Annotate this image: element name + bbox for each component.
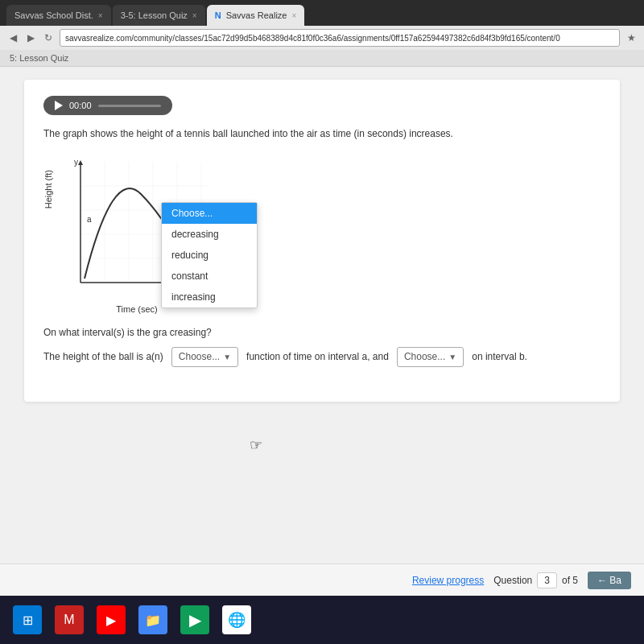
tab-quiz-label: 3-5: Lesson Quiz bbox=[121, 10, 188, 20]
taskbar-chrome-icon[interactable]: 🌐 bbox=[222, 605, 251, 634]
svg-marker-13 bbox=[78, 160, 83, 165]
audio-player[interactable]: 00:00 bbox=[43, 96, 172, 115]
second-select-value: Choose... bbox=[404, 349, 445, 365]
ball-height-middle: function of time on interval a, and bbox=[246, 351, 389, 362]
time-display: 00:00 bbox=[69, 101, 92, 110]
ball-height-row: The height of the ball is a(n) Choose...… bbox=[43, 347, 601, 367]
tab-close-quiz[interactable]: × bbox=[192, 11, 197, 20]
first-inline-select[interactable]: Choose... ▼ bbox=[171, 347, 238, 367]
question-nav: Question 3 of 5 bbox=[493, 572, 578, 588]
page-wrapper: 5: Lesson Quiz 00:00 The graph shows the… bbox=[0, 50, 644, 596]
browser-chrome: Savvas School Dist. × 3-5: Lesson Quiz ×… bbox=[0, 0, 644, 50]
taskbar-windows-icon[interactable]: ⊞ bbox=[13, 605, 42, 634]
breadcrumb: 5: Lesson Quiz bbox=[0, 50, 644, 67]
tab-school[interactable]: Savvas School Dist. × bbox=[6, 5, 111, 26]
bottom-bar: Review progress Question 3 of 5 ← Ba bbox=[0, 564, 644, 596]
second-inline-select[interactable]: Choose... ▼ bbox=[397, 347, 464, 367]
tab-close-school[interactable]: × bbox=[98, 11, 103, 20]
dropdown-item-increasing[interactable]: increasing bbox=[162, 287, 257, 308]
y-axis-label: Height (ft) bbox=[43, 170, 53, 208]
first-select-arrow: ▼ bbox=[223, 351, 231, 364]
tab-school-label: Savvas School Dist. bbox=[14, 10, 93, 20]
ball-height-prefix: The height of the ball is a(n) bbox=[43, 351, 163, 362]
taskbar-files-icon[interactable]: 📁 bbox=[138, 605, 167, 634]
tab-close-savvas[interactable]: × bbox=[291, 11, 296, 20]
tab-savvas[interactable]: N Savvas Realize × bbox=[207, 5, 305, 26]
play-button[interactable] bbox=[55, 101, 63, 110]
taskbar-play-icon[interactable]: ▶ bbox=[180, 605, 209, 634]
taskbar-youtube-icon[interactable]: ▶ bbox=[97, 605, 126, 634]
content-area: 00:00 The graph shows the height of a te… bbox=[24, 80, 620, 402]
ball-height-suffix: on interval b. bbox=[472, 351, 527, 362]
back-button[interactable]: ← Ba bbox=[588, 572, 631, 589]
taskbar-gmail-icon[interactable]: M bbox=[55, 605, 84, 634]
tab-savvas-label: Savvas Realize bbox=[226, 10, 287, 20]
back-nav-icon[interactable]: ◀ bbox=[6, 31, 19, 44]
of-label: of 5 bbox=[562, 575, 578, 586]
svg-text:a: a bbox=[87, 215, 92, 224]
forward-nav-icon[interactable]: ▶ bbox=[24, 31, 37, 44]
savvas-icon: N bbox=[215, 10, 221, 20]
dropdown-item-reducing[interactable]: reducing bbox=[162, 245, 257, 266]
first-select-value: Choose... bbox=[179, 349, 220, 365]
cursor: ☞ bbox=[250, 436, 262, 454]
graph-wrapper: y a b Choose... decreasing reducing cons… bbox=[56, 154, 217, 314]
question-number-box: 3 bbox=[537, 572, 557, 588]
dropdown-item-choose[interactable]: Choose... bbox=[162, 203, 257, 224]
question-text: The graph shows the height of a tennis b… bbox=[43, 126, 601, 141]
tab-quiz[interactable]: 3-5: Lesson Quiz × bbox=[113, 5, 205, 26]
interval-question-row: On what interval(s) is the gra creasing? bbox=[43, 325, 601, 341]
svg-text:y: y bbox=[74, 158, 78, 167]
question-label: Question bbox=[493, 575, 532, 586]
interval-question-prefix: On what interval(s) is the gra bbox=[43, 327, 167, 338]
bookmark-icon[interactable]: ★ bbox=[625, 31, 638, 44]
dropdown-item-constant[interactable]: constant bbox=[162, 266, 257, 287]
interval-question-suffix: creasing? bbox=[170, 327, 212, 338]
tab-bar: Savvas School Dist. × 3-5: Lesson Quiz ×… bbox=[0, 0, 644, 26]
nav-bar: ◀ ▶ ↻ ★ bbox=[0, 26, 644, 50]
audio-progress-bar[interactable] bbox=[98, 105, 161, 107]
review-progress-link[interactable]: Review progress bbox=[412, 575, 484, 586]
graph-container: Height (ft) bbox=[43, 154, 601, 314]
breadcrumb-text: 5: Lesson Quiz bbox=[10, 53, 68, 63]
second-select-arrow: ▼ bbox=[448, 351, 456, 364]
refresh-icon[interactable]: ↻ bbox=[42, 31, 55, 44]
address-bar[interactable] bbox=[60, 29, 620, 47]
dropdown-menu[interactable]: Choose... decreasing reducing constant i… bbox=[161, 202, 258, 308]
taskbar: ⊞ M ▶ 📁 ▶ 🌐 bbox=[0, 596, 644, 644]
dropdown-item-decreasing[interactable]: decreasing bbox=[162, 224, 257, 245]
